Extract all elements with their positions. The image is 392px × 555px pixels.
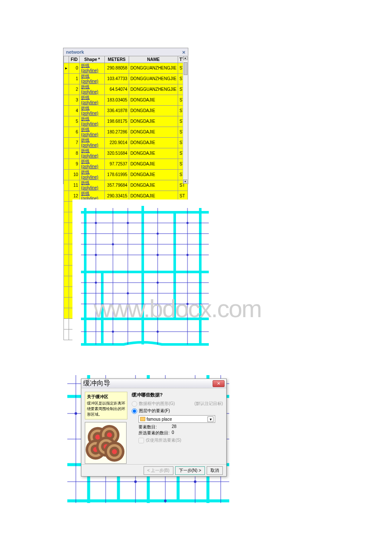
cell-shape[interactable]: 折线(polyline) xyxy=(80,84,105,95)
cell-name[interactable]: DONGDAJIE xyxy=(129,127,178,138)
cell-meters[interactable]: 220.9014 xyxy=(105,138,129,148)
table-row[interactable]: 9折线(polyline)97.72537DONGDAJIEST xyxy=(64,159,188,170)
cell-name[interactable]: DONGDAJIE xyxy=(129,106,178,116)
cell-fid[interactable]: 5 xyxy=(69,116,80,127)
cell-name[interactable]: DONGDAJIE xyxy=(129,170,178,180)
table-row[interactable]: 4折线(polyline)336.41878DONGDAJIEST xyxy=(64,106,188,116)
row-indicator[interactable] xyxy=(64,95,69,106)
table-row[interactable]: 5折线(polyline)198.68175DONGDAJIEST xyxy=(64,116,188,127)
cancel-button[interactable]: 取消 xyxy=(207,466,223,475)
cell-meters[interactable]: 97.72537 xyxy=(105,159,129,170)
cell-name[interactable]: DONGGUANZHENGJIE xyxy=(129,74,178,84)
row-indicator[interactable] xyxy=(64,84,69,95)
row-indicator[interactable] xyxy=(64,287,69,298)
row-indicator[interactable] xyxy=(64,223,69,234)
table-row[interactable]: ▸0折线(polyline)290.88058DONGGUANZHENGJIES… xyxy=(64,63,188,74)
cell-meters[interactable]: 320.51684 xyxy=(105,148,129,159)
cell-meters[interactable]: 178.61995 xyxy=(105,170,129,180)
row-indicator[interactable]: ▸ xyxy=(64,63,69,74)
cell-meters[interactable]: 336.41878 xyxy=(105,106,129,116)
row-indicator[interactable] xyxy=(64,212,69,223)
row-indicator[interactable] xyxy=(64,159,69,170)
layer-select[interactable]: famous place ▾ xyxy=(138,415,215,423)
row-indicator[interactable] xyxy=(64,127,69,138)
col-header-name[interactable]: NAME xyxy=(129,56,178,63)
cell-fid[interactable]: 10 xyxy=(69,170,80,180)
cell-fid[interactable]: 0 xyxy=(69,63,80,74)
cell-name[interactable]: DONGGUANZHENGJIE xyxy=(129,84,178,95)
row-indicator[interactable] xyxy=(64,202,69,212)
cell-shape[interactable]: 折线(polyline) xyxy=(80,127,105,138)
scroll-down-arrow[interactable]: ▾ xyxy=(183,179,187,184)
radio-features[interactable] xyxy=(132,408,137,414)
cell-meters[interactable]: 357.79684 xyxy=(105,180,129,191)
col-header-indicator[interactable] xyxy=(64,56,69,63)
row-indicator[interactable] xyxy=(64,234,69,244)
cell-shape[interactable]: 折线(polyline) xyxy=(80,170,105,180)
cell-fid[interactable]: 8 xyxy=(69,148,80,159)
dropdown-arrow-icon[interactable]: ▾ xyxy=(208,416,213,422)
table-row[interactable]: 2折线(polyline)64.54074DONGGUANZHENGJIEST xyxy=(64,84,188,95)
table-row[interactable]: 7折线(polyline)220.9014DONGDAJIEST xyxy=(64,138,188,148)
cell-meters[interactable]: 103.47733 xyxy=(105,74,129,84)
cell-name[interactable]: DONGDAJIE xyxy=(129,148,178,159)
cell-meters[interactable]: 183.03405 xyxy=(105,95,129,106)
col-header-meters[interactable]: METERS xyxy=(105,56,129,63)
row-indicator[interactable] xyxy=(64,170,69,180)
table-row[interactable]: 10折线(polyline)178.61995DONGDAJIEST xyxy=(64,170,188,180)
row-indicator[interactable] xyxy=(64,276,69,287)
cell-meters[interactable]: 198.68175 xyxy=(105,116,129,127)
row-indicator[interactable] xyxy=(64,298,69,308)
cell-shape[interactable]: 折线(polyline) xyxy=(80,95,105,106)
cell-shape[interactable]: 折线(polyline) xyxy=(80,74,105,84)
cell-name[interactable]: DONGDAJIE xyxy=(129,116,178,127)
col-header-shape[interactable]: Shape * xyxy=(80,56,105,63)
cell-shape[interactable]: 折线(polyline) xyxy=(80,180,105,191)
cell-name[interactable]: DONGDAJIE xyxy=(129,180,178,191)
table-row[interactable]: 1折线(polyline)103.47733DONGGUANZHENGJIEST xyxy=(64,74,188,84)
vertical-scrollbar[interactable]: ▴ ▾ xyxy=(183,56,188,184)
cell-fid[interactable]: 3 xyxy=(69,95,80,106)
dialog-titlebar[interactable]: 缓冲向导 ✕ xyxy=(81,379,226,388)
row-indicator[interactable] xyxy=(64,330,69,340)
row-indicator[interactable] xyxy=(64,191,69,202)
radio-features-row[interactable]: 图层中的要素(F) xyxy=(132,408,223,414)
row-indicator[interactable] xyxy=(64,180,69,191)
cell-meters[interactable]: 64.54074 xyxy=(105,84,129,95)
table-row[interactable]: 8折线(polyline)320.51684DONGDAJIEST xyxy=(64,148,188,159)
table-row[interactable]: 3折线(polyline)183.03405DONGDAJIEST xyxy=(64,95,188,106)
row-indicator[interactable] xyxy=(64,255,69,266)
cell-fid[interactable]: 2 xyxy=(69,84,80,95)
table-row[interactable]: 11折线(polyline)357.79684DONGDAJIEST xyxy=(64,180,188,191)
cell-fid[interactable]: 7 xyxy=(69,138,80,148)
row-indicator[interactable] xyxy=(64,106,69,116)
cell-fid[interactable]: 9 xyxy=(69,159,80,170)
table-row[interactable]: 6折线(polyline)180.27286DONGDAJIEST xyxy=(64,127,188,138)
cell-shape[interactable]: 折线(polyline) xyxy=(80,63,105,74)
cell-shape[interactable]: 折线(polyline) xyxy=(80,106,105,116)
close-icon[interactable]: × xyxy=(182,49,185,55)
cell-shape[interactable]: 折线(polyline) xyxy=(80,148,105,159)
cell-name[interactable]: DONGDAJIE xyxy=(129,95,178,106)
cell-shape[interactable]: 折线(polyline) xyxy=(80,159,105,170)
cell-name[interactable]: DONGDAJIE xyxy=(129,138,178,148)
row-indicator[interactable] xyxy=(64,244,69,255)
scroll-up-arrow[interactable]: ▴ xyxy=(183,56,187,60)
row-indicator[interactable] xyxy=(64,116,69,127)
col-header-fid[interactable]: FID xyxy=(69,56,80,63)
cell-fid[interactable]: 11 xyxy=(69,180,80,191)
next-button[interactable]: 下一步(N) > xyxy=(175,466,205,475)
cell-meters[interactable]: 290.88058 xyxy=(105,63,129,74)
row-indicator[interactable] xyxy=(64,266,69,276)
cell-meters[interactable]: 180.27286 xyxy=(105,127,129,138)
map-view-1[interactable] xyxy=(72,199,215,349)
cell-fid[interactable]: 1 xyxy=(69,74,80,84)
cell-shape[interactable]: 折线(polyline) xyxy=(80,138,105,148)
cell-name[interactable]: DONGGUANZHENGJIE xyxy=(129,63,178,74)
cell-fid[interactable]: 4 xyxy=(69,106,80,116)
cell-fid[interactable]: 6 xyxy=(69,127,80,138)
row-indicator[interactable] xyxy=(64,308,69,319)
row-indicator[interactable] xyxy=(64,148,69,159)
row-indicator[interactable] xyxy=(64,74,69,84)
cell-name[interactable]: DONGDAJIE xyxy=(129,159,178,170)
